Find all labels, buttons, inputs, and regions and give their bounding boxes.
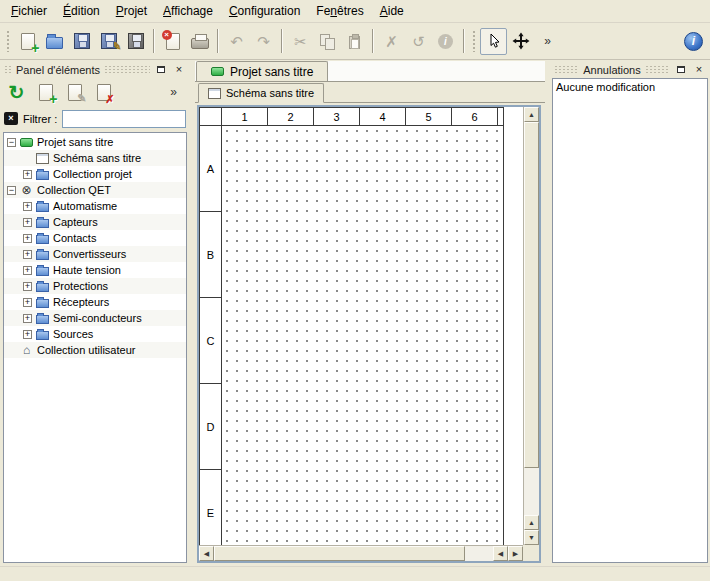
expand-expander-icon[interactable]: +	[23, 202, 32, 211]
reload-collections-button[interactable]: ↻	[3, 79, 30, 106]
tree-item-collection-utilisateur[interactable]: ⌂ Collection utilisateur	[4, 342, 186, 358]
print-button[interactable]	[186, 28, 213, 55]
tree-item-capteurs[interactable]: + Capteurs	[4, 214, 186, 230]
diagram-canvas[interactable]: 1 2 3 4 5 6 A B C	[199, 107, 523, 545]
close-project-button[interactable]: ×	[159, 28, 186, 55]
scroll-right-button[interactable]: ▶	[508, 546, 523, 561]
menu-affichage[interactable]: Affichage	[155, 1, 221, 21]
menu-projet[interactable]: Projet	[108, 1, 155, 21]
new-project-button[interactable]: +	[14, 28, 41, 55]
tree-item-protections[interactable]: + Protections	[4, 278, 186, 294]
tree-item-projet-sans-titre[interactable]: − Projet sans titre	[4, 134, 186, 150]
panel-overflow-button[interactable]: »	[160, 79, 187, 106]
pan-tool-button[interactable]	[507, 28, 534, 55]
scroll-up-button[interactable]: ▲	[524, 515, 539, 530]
save-as-button[interactable]: ✎	[95, 28, 122, 55]
tree-item-haute-tension[interactable]: + Haute tension	[4, 262, 186, 278]
tree-item-collection-qet[interactable]: − ⊗ Collection QET	[4, 182, 186, 198]
expand-expander-icon[interactable]: +	[23, 218, 32, 227]
open-project-button[interactable]	[41, 28, 68, 55]
tree-item-schema-sans-titre[interactable]: Schéma sans titre	[4, 150, 186, 166]
expand-expander-icon[interactable]: +	[23, 234, 32, 243]
dock-float-button[interactable]	[674, 63, 688, 76]
vertical-scroll-track[interactable]	[524, 122, 539, 515]
tab-schema-sans-titre[interactable]: Schéma sans titre	[198, 83, 324, 103]
undo-history-list[interactable]: Aucune modification	[552, 78, 708, 563]
about-button[interactable]: i	[680, 28, 707, 55]
horizontal-scroll-thumb[interactable]	[214, 546, 465, 561]
cut-button[interactable]: ✂	[287, 28, 314, 55]
plus-badge-icon: +	[31, 41, 39, 55]
folder-icon	[36, 251, 49, 260]
scroll-down-button[interactable]: ▼	[524, 530, 539, 545]
horizontal-scrollbar[interactable]: ◀ ◀ ▶	[199, 545, 523, 561]
tree-item-automatisme[interactable]: + Automatisme	[4, 198, 186, 214]
toolbar-grip[interactable]	[472, 30, 477, 52]
tree-item-sources[interactable]: + Sources	[4, 326, 186, 342]
tree-item-convertisseurs[interactable]: + Convertisseurs	[4, 246, 186, 262]
copy-button[interactable]	[314, 28, 341, 55]
expand-expander-icon[interactable]: +	[23, 298, 32, 307]
save-button[interactable]	[68, 28, 95, 55]
menubar: Fichier Édition Projet Affichage Configu…	[0, 0, 710, 23]
column-header: 4	[360, 108, 406, 125]
vertical-scrollbar[interactable]: ▲ ▲ ▼	[523, 107, 539, 545]
plus-badge-icon: +	[49, 92, 57, 106]
expand-expander-icon[interactable]: +	[23, 170, 32, 179]
collapse-expander-icon[interactable]: −	[7, 186, 16, 195]
elements-tree[interactable]: − Projet sans titre Schéma sans titre + …	[3, 132, 187, 563]
new-element-button[interactable]: +	[32, 79, 59, 106]
select-tool-button[interactable]	[480, 28, 507, 55]
delete-element-button[interactable]: ✗	[90, 79, 117, 106]
edit-element-button[interactable]: ✎	[61, 79, 88, 106]
toolbar-overflow-button[interactable]: »	[534, 28, 561, 55]
tree-item-recepteurs[interactable]: + Récepteurs	[4, 294, 186, 310]
vertical-scroll-thumb[interactable]	[524, 122, 539, 468]
dock-close-button[interactable]: ×	[172, 63, 186, 76]
undo-button[interactable]: ↶	[223, 28, 250, 55]
save-all-button[interactable]	[122, 28, 149, 55]
scroll-up-button[interactable]: ▲	[524, 107, 539, 122]
menu-edition[interactable]: Édition	[55, 1, 108, 21]
collapse-expander-icon[interactable]: −	[7, 138, 16, 147]
printer-icon	[191, 38, 209, 49]
expand-expander-icon[interactable]: +	[23, 282, 32, 291]
delete-button[interactable]: ✗	[378, 28, 405, 55]
info-blue-icon: i	[684, 32, 703, 51]
floppy-disk-icon	[74, 33, 90, 49]
scissors-icon: ✂	[294, 34, 307, 49]
tab-projet-sans-titre[interactable]: Projet sans titre	[196, 61, 328, 81]
expand-expander-icon[interactable]: +	[23, 250, 32, 259]
scroll-left-button[interactable]: ◀	[493, 546, 508, 561]
undo-dock-titlebar[interactable]: Annulations ×	[552, 62, 708, 77]
menu-fichier[interactable]: Fichier	[3, 1, 55, 21]
rotate-button[interactable]: ↺	[405, 28, 432, 55]
elements-panel-titlebar[interactable]: Panel d'éléments ×	[2, 62, 188, 77]
floppy-disk-dark-icon	[128, 33, 144, 49]
scroll-left-button[interactable]: ◀	[199, 546, 214, 561]
menu-aide[interactable]: Aide	[372, 1, 412, 21]
clear-filter-button[interactable]: ×	[4, 112, 18, 125]
toolbar-grip[interactable]	[6, 30, 11, 52]
dock-grip	[645, 65, 670, 74]
tree-item-semi-conducteurs[interactable]: + Semi-conducteurs	[4, 310, 186, 326]
folder-icon	[36, 235, 49, 244]
filter-input[interactable]	[62, 110, 186, 128]
paste-icon	[349, 36, 360, 49]
dock-float-button[interactable]	[154, 63, 168, 76]
tree-item-collection-projet[interactable]: + Collection projet	[4, 166, 186, 182]
expand-expander-icon[interactable]: +	[23, 314, 32, 323]
expand-expander-icon[interactable]: +	[23, 330, 32, 339]
expand-expander-icon[interactable]: +	[23, 266, 32, 275]
menu-fenetres[interactable]: Fenêtres	[308, 1, 371, 21]
paste-button[interactable]	[341, 28, 368, 55]
horizontal-scroll-track[interactable]	[214, 546, 493, 561]
properties-button[interactable]: i	[432, 28, 459, 55]
tree-item-contacts[interactable]: + Contacts	[4, 230, 186, 246]
filter-row: × Filtrer :	[0, 107, 190, 130]
dock-close-button[interactable]: ×	[692, 63, 706, 76]
redo-button[interactable]: ↷	[250, 28, 277, 55]
workspace: Panel d'éléments × ↻ + ✎ ✗ » ×	[0, 60, 710, 566]
menu-configuration[interactable]: Configuration	[221, 1, 308, 21]
column-headers: 1 2 3 4 5 6	[200, 108, 503, 126]
